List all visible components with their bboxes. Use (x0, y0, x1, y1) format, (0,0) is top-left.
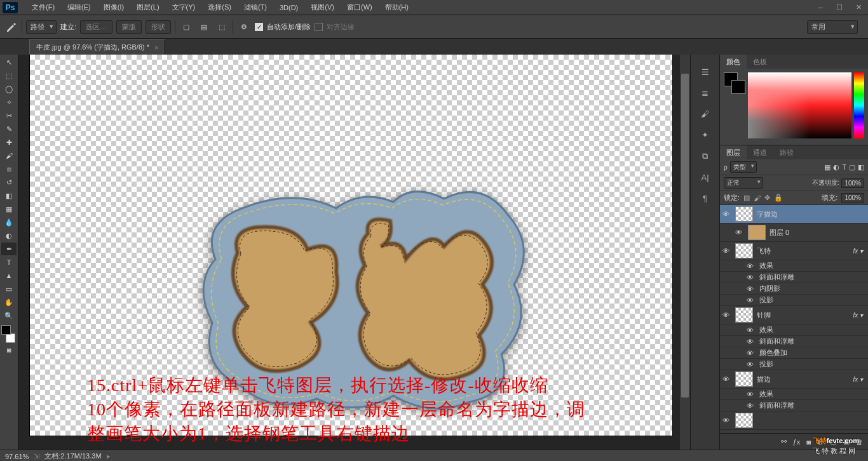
path-align-icon[interactable]: ▤ (197, 20, 211, 34)
layer-row[interactable]: 👁图层 0 (720, 224, 868, 242)
workspace-select[interactable]: 常用 (807, 20, 858, 34)
make-selection-button[interactable]: 选区… (80, 20, 112, 34)
make-mask-button[interactable]: 蒙版 (116, 20, 142, 34)
canvas[interactable]: 15.ctrl+鼠标左键单击飞特图层，执行选择-修改-收缩收缩 10个像素，在路… (30, 55, 672, 436)
path-select-tool[interactable]: ▲ (1, 269, 17, 282)
character-panel-icon[interactable]: A| (701, 173, 709, 182)
visibility-icon[interactable]: 👁 (722, 375, 731, 383)
rectangle-tool[interactable]: ▭ (1, 283, 17, 295)
magic-wand-tool[interactable]: ✧ (1, 96, 17, 109)
layer-effect[interactable]: 👁效果 (720, 389, 868, 400)
background-color[interactable] (6, 333, 15, 343)
link-layers-icon[interactable]: ⚯ (781, 438, 787, 446)
brush-tool[interactable]: 🖌 (1, 149, 17, 162)
pen-tool[interactable]: ✒ (1, 243, 17, 255)
actions-panel-icon[interactable]: ≣ (702, 88, 709, 98)
layer-row[interactable]: 👁描边fx ▾ (720, 370, 868, 389)
filter-shape-icon[interactable]: ▢ (849, 163, 855, 171)
align-edges-checkbox[interactable] (315, 23, 323, 31)
path-ops-icon[interactable]: ▢ (179, 20, 193, 34)
menu-item[interactable]: 图层(L) (130, 0, 165, 15)
path-mode-select[interactable]: 路径 (26, 20, 57, 34)
opacity-value[interactable]: 100% (841, 178, 864, 188)
foreground-color[interactable] (1, 325, 11, 335)
menu-item[interactable]: 选择(S) (201, 0, 238, 15)
menu-item[interactable]: 视图(V) (304, 0, 341, 15)
healing-tool[interactable]: ✚ (1, 136, 17, 149)
layer-thumbnail[interactable] (748, 225, 766, 240)
layer-row[interactable]: 👁 (720, 411, 868, 430)
layer-row[interactable]: 👁字描边 (720, 205, 868, 224)
color-tab[interactable]: 颜色 (720, 55, 747, 69)
visibility-icon[interactable]: 👁 (747, 391, 756, 398)
layer-effect[interactable]: 👁斜面和浮雕 (720, 336, 868, 347)
visibility-icon[interactable]: 👁 (722, 311, 731, 319)
visibility-icon[interactable]: 👁 (722, 417, 731, 424)
quickmask-tool[interactable]: ◙ (1, 344, 17, 356)
fx-badge[interactable]: fx ▾ (853, 312, 863, 319)
layers-tab[interactable]: 图层 (720, 145, 747, 159)
eraser-tool[interactable]: ◧ (1, 189, 17, 202)
zoom-tool[interactable]: 🔍 (1, 309, 17, 322)
color-panel-swatches[interactable] (724, 72, 745, 94)
channels-tab[interactable]: 通道 (747, 145, 773, 159)
lasso-tool[interactable]: ◯ (1, 83, 17, 95)
visibility-icon[interactable]: 👁 (747, 285, 756, 293)
gear-icon[interactable]: ⚙ (237, 20, 251, 34)
hue-slider[interactable] (854, 72, 864, 138)
menu-item[interactable]: 窗口(W) (341, 0, 379, 15)
close-tab-icon[interactable]: × (154, 44, 158, 51)
visibility-icon[interactable]: 👁 (747, 338, 756, 345)
brush-panel-icon[interactable]: 🖌 (701, 109, 709, 119)
menu-item[interactable]: 帮助(H) (379, 0, 415, 15)
maximize-button[interactable]: ☐ (830, 0, 849, 15)
vertical-scrollbar[interactable] (680, 55, 690, 450)
layer-thumbnail[interactable] (735, 371, 753, 387)
menu-item[interactable]: 编辑(E) (61, 0, 97, 15)
visibility-icon[interactable]: 👁 (722, 210, 731, 218)
lock-transparent-icon[interactable]: ▨ (743, 194, 750, 202)
visibility-icon[interactable]: 👁 (735, 229, 744, 236)
layer-effect[interactable]: 👁斜面和浮雕 (720, 272, 868, 283)
color-field[interactable] (748, 72, 851, 138)
lock-all-icon[interactable]: 🔒 (774, 194, 783, 202)
layer-mask-icon[interactable]: ◙ (806, 438, 811, 446)
dodge-tool[interactable]: ◐ (1, 229, 17, 242)
layer-effect[interactable]: 👁效果 (720, 260, 868, 272)
blend-mode-select[interactable]: 正常 (724, 177, 763, 189)
visibility-icon[interactable]: 👁 (747, 274, 756, 281)
move-tool[interactable]: ↖ (1, 56, 17, 69)
history-brush-tool[interactable]: ↺ (1, 176, 17, 189)
blur-tool[interactable]: 💧 (1, 216, 17, 229)
menu-item[interactable]: 文件(F) (25, 0, 61, 15)
visibility-icon[interactable]: 👁 (722, 247, 731, 255)
layer-effect[interactable]: 👁内阴影 (720, 283, 868, 295)
type-tool[interactable]: T (1, 256, 17, 269)
visibility-icon[interactable]: 👁 (747, 262, 756, 270)
history-panel-icon[interactable]: ☰ (702, 67, 709, 77)
filter-adjust-icon[interactable]: ◐ (833, 163, 839, 171)
filter-pixel-icon[interactable]: ▦ (824, 163, 831, 171)
menu-item[interactable]: 图像(I) (97, 0, 130, 15)
layer-effect[interactable]: 👁投影 (720, 359, 868, 370)
visibility-icon[interactable]: 👁 (747, 349, 756, 357)
make-shape-button[interactable]: 形状 (146, 20, 171, 34)
lock-position-icon[interactable]: ✥ (764, 194, 770, 202)
layer-thumbnail[interactable] (735, 206, 753, 222)
layer-thumbnail[interactable] (735, 243, 753, 258)
paths-tab[interactable]: 路径 (773, 145, 800, 159)
visibility-icon[interactable]: 👁 (747, 402, 756, 410)
crop-tool[interactable]: ✂ (1, 109, 17, 122)
layer-effect[interactable]: 👁投影 (720, 295, 868, 306)
menu-item[interactable]: 文字(Y) (166, 0, 202, 15)
fill-value[interactable]: 100% (841, 193, 864, 203)
zoom-level[interactable]: 97.61% (5, 453, 29, 460)
layer-effect[interactable]: 👁效果 (720, 324, 868, 336)
fx-badge[interactable]: fx ▾ (853, 376, 863, 383)
eyedropper-tool[interactable]: ✎ (1, 123, 17, 135)
swatches-tab[interactable]: 色板 (747, 55, 773, 69)
color-swatches[interactable] (1, 325, 17, 343)
hand-tool[interactable]: ✋ (1, 296, 17, 309)
filter-smart-icon[interactable]: ◧ (858, 163, 864, 171)
menu-item[interactable]: 滤镜(T) (238, 0, 273, 15)
